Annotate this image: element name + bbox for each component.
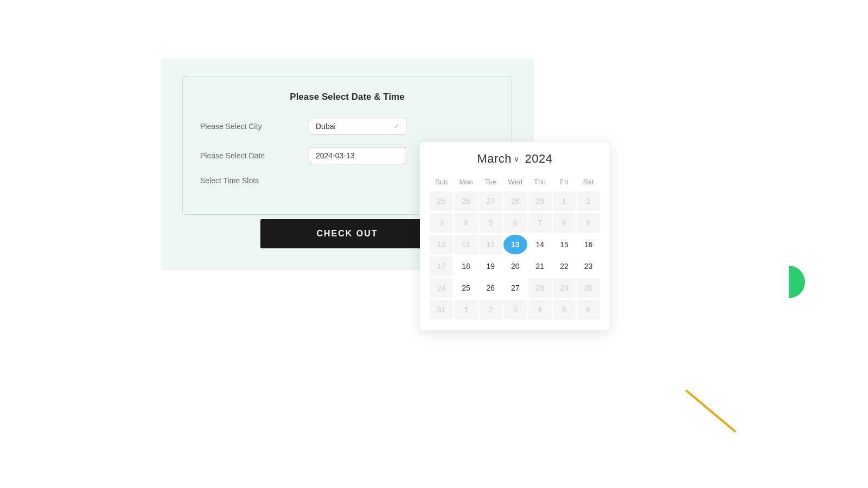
calendar-grid: SunMonTueWedThuFriSat 252627282912345678… bbox=[429, 174, 601, 322]
calendar-day: 25 bbox=[430, 191, 453, 211]
calendar-week-row: 17181920212223 bbox=[430, 256, 600, 276]
card-title: Please Select Date & Time bbox=[200, 92, 494, 102]
calendar-day[interactable]: 22 bbox=[553, 256, 576, 276]
calendar-day: 8 bbox=[553, 213, 576, 233]
calendar-day[interactable]: 27 bbox=[503, 278, 527, 298]
calendar-week-row: 10111213141516 bbox=[430, 235, 600, 254]
weekday-header: Mon bbox=[454, 176, 478, 189]
calendar-week-row: 3456789 bbox=[430, 213, 600, 233]
calendar-day: 5 bbox=[479, 213, 502, 233]
calendar-day: 29 bbox=[528, 191, 552, 211]
calendar-day: 9 bbox=[577, 213, 600, 233]
calendar-body: 2526272829123456789101112131415161718192… bbox=[430, 191, 600, 319]
calendar-day: 30 bbox=[577, 278, 600, 298]
checkout-button[interactable]: CHECK OUT bbox=[260, 219, 434, 248]
calendar-day[interactable]: 14 bbox=[528, 235, 552, 254]
calendar-day: 27 bbox=[479, 191, 502, 211]
calendar-day[interactable]: 20 bbox=[503, 256, 527, 276]
weekday-header: Sun bbox=[430, 176, 453, 189]
calendar-day: 28 bbox=[503, 191, 527, 211]
calendar-week-row: 24252627282930 bbox=[430, 278, 600, 298]
calendar-day: 6 bbox=[503, 213, 527, 233]
calendar-day: 4 bbox=[528, 300, 552, 319]
city-label: Please Select City bbox=[200, 122, 309, 131]
chevron-down-icon: ✓ bbox=[394, 123, 399, 130]
month-dropdown-arrow[interactable]: ∨ bbox=[514, 155, 520, 163]
date-label: Please Select Date bbox=[200, 151, 309, 160]
weekday-header: Fri bbox=[553, 176, 576, 189]
calendar-day: 24 bbox=[430, 278, 453, 298]
weekday-header: Sat bbox=[577, 176, 600, 189]
calendar-day[interactable]: 25 bbox=[454, 278, 478, 298]
calendar-day: 7 bbox=[528, 213, 552, 233]
calendar-header: March ∨ 2024 bbox=[429, 152, 601, 166]
calendar-day: 12 bbox=[479, 235, 502, 254]
calendar-month: March bbox=[477, 152, 512, 166]
calendar-day[interactable]: 21 bbox=[528, 256, 552, 276]
calendar-day: 2 bbox=[479, 300, 502, 319]
calendar-day[interactable]: 23 bbox=[577, 256, 600, 276]
time-label: Select Time Slots bbox=[200, 176, 309, 185]
date-input[interactable] bbox=[309, 147, 406, 164]
city-value: Dubai bbox=[316, 122, 336, 131]
calendar-day: 17 bbox=[430, 256, 453, 276]
calendar-day: 3 bbox=[503, 300, 527, 319]
city-select[interactable]: Dubai ✓ bbox=[309, 118, 406, 135]
calendar-day: 31 bbox=[430, 300, 453, 319]
deco-arc bbox=[789, 266, 805, 298]
calendar-day: 2 bbox=[577, 191, 600, 211]
calendar-day: 1 bbox=[553, 191, 576, 211]
calendar-weekdays: SunMonTueWedThuFriSat bbox=[430, 176, 600, 189]
calendar-day: 26 bbox=[454, 191, 478, 211]
calendar-day[interactable]: 18 bbox=[454, 256, 478, 276]
calendar-day[interactable]: 15 bbox=[553, 235, 576, 254]
calendar-day: 5 bbox=[553, 300, 576, 319]
calendar-day: 4 bbox=[454, 213, 478, 233]
deco-line bbox=[685, 389, 736, 433]
calendar-day: 6 bbox=[577, 300, 600, 319]
calendar-day: 29 bbox=[553, 278, 576, 298]
calendar-day: 3 bbox=[430, 213, 453, 233]
calendar-week-row: 252627282912 bbox=[430, 191, 600, 211]
calendar-popup: March ∨ 2024 SunMonTueWedThuFriSat 25262… bbox=[420, 142, 610, 330]
weekday-header: Tue bbox=[479, 176, 502, 189]
calendar-day[interactable]: 13 bbox=[503, 235, 527, 254]
calendar-day: 10 bbox=[430, 235, 453, 254]
calendar-year: 2024 bbox=[525, 152, 553, 166]
calendar-day: 1 bbox=[454, 300, 478, 319]
calendar-day[interactable]: 19 bbox=[479, 256, 502, 276]
calendar-day[interactable]: 26 bbox=[479, 278, 502, 298]
calendar-day: 28 bbox=[528, 278, 552, 298]
city-row: Please Select City Dubai ✓ bbox=[200, 118, 494, 135]
weekday-header: Thu bbox=[528, 176, 552, 189]
calendar-week-row: 31123456 bbox=[430, 300, 600, 319]
calendar-day[interactable]: 16 bbox=[577, 235, 600, 254]
weekday-header: Wed bbox=[503, 176, 527, 189]
calendar-day: 11 bbox=[454, 235, 478, 254]
